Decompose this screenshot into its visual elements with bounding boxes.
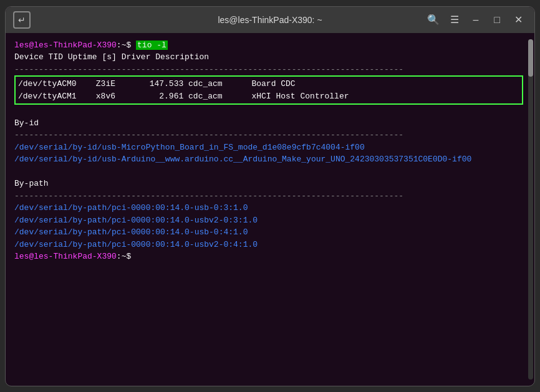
titlebar: ↵ les@les-ThinkPad-X390: ~ 🔍 ☰ – □ ✕: [6, 7, 534, 33]
separator-2: ----------------------------------------…: [14, 129, 526, 141]
terminal-window: ↵ les@les-ThinkPad-X390: ~ 🔍 ☰ – □ ✕ les…: [5, 6, 535, 386]
table-header: Device TID Uptime [s] Driver Description: [14, 51, 526, 64]
scrollbar[interactable]: [528, 39, 533, 380]
scrollbar-thumb[interactable]: [528, 39, 533, 77]
prompt-suffix-1: :~$: [117, 41, 136, 50]
close-button[interactable]: ✕: [509, 11, 527, 29]
search-button[interactable]: 🔍: [425, 11, 442, 29]
prompt-user-2: les@les-ThinkPad-X390: [14, 252, 117, 261]
empty-line-1: [14, 105, 526, 117]
minimize-button[interactable]: –: [467, 11, 485, 29]
by-path-line-2: /dev/serial/by-path/pci-0000:00:14.0-usb…: [14, 214, 526, 227]
prompt-user-1: les@les-ThinkPad-X390: [14, 41, 117, 50]
separator-3: ----------------------------------------…: [14, 190, 526, 203]
terminal-icon: ↵: [13, 11, 31, 29]
by-id-path-2: /dev/serial/by-id/usb-Arduino__www.ardui…: [14, 153, 526, 166]
by-path-line-3: /dev/serial/by-path/pci-0000:00:14.0-usb…: [14, 226, 526, 239]
empty-line-2: [14, 166, 526, 178]
by-id-label: By-id: [14, 117, 526, 130]
by-path-line-1: /dev/serial/by-path/pci-0000:00:14.0-usb…: [14, 202, 526, 214]
menu-button[interactable]: ☰: [446, 11, 463, 29]
titlebar-left: ↵: [13, 11, 31, 29]
maximize-button[interactable]: □: [488, 11, 506, 29]
prompt-line-1: les@les-ThinkPad-X390:~$ tio -l: [14, 39, 526, 52]
titlebar-controls: 🔍 ☰ – □ ✕: [425, 11, 527, 29]
by-id-path-1: /dev/serial/by-id/usb-MicroPython_Board_…: [14, 141, 526, 154]
window-title: les@les-ThinkPad-X390: ~: [218, 15, 322, 25]
device-row-1: /dev/ttyACM0 Z3iE 147.533 cdc_acm Board …: [18, 78, 519, 90]
by-path-label: By-path: [14, 178, 526, 190]
prompt-suffix-2: :~$: [117, 252, 131, 261]
device-highlight-box: /dev/ttyACM0 Z3iE 147.533 cdc_acm Board …: [14, 75, 523, 105]
command-highlight: tio -l: [136, 41, 168, 50]
prompt-line-2: les@les-ThinkPad-X390:~$: [14, 251, 526, 263]
by-path-line-4: /dev/serial/by-path/pci-0000:00:14.0-usb…: [14, 239, 526, 251]
separator-1: ----------------------------------------…: [14, 64, 526, 76]
terminal-body[interactable]: les@les-ThinkPad-X390:~$ tio -l Device T…: [6, 33, 534, 386]
device-row-2: /dev/ttyACM1 x8v6 2.961 cdc_acm xHCI Hos…: [18, 90, 519, 103]
